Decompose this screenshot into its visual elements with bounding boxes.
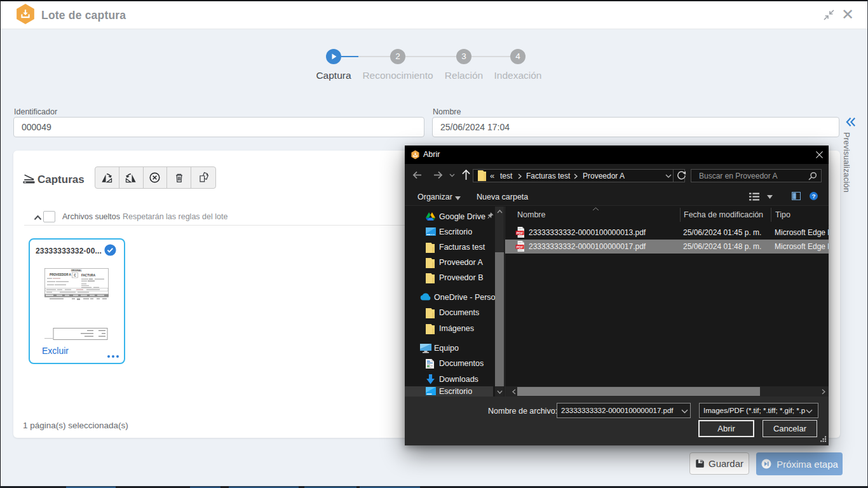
svg-text:PDF: PDF bbox=[517, 231, 524, 235]
svg-text:ORIGINAL: ORIGINAL bbox=[71, 269, 82, 272]
svg-text:PROVEEDOR A: PROVEEDOR A bbox=[50, 273, 71, 276]
svg-text:PDF: PDF bbox=[517, 245, 524, 249]
svg-text:C: C bbox=[74, 274, 76, 277]
svg-text:FACTURA: FACTURA bbox=[81, 274, 96, 277]
svg-text:?: ? bbox=[812, 193, 816, 200]
